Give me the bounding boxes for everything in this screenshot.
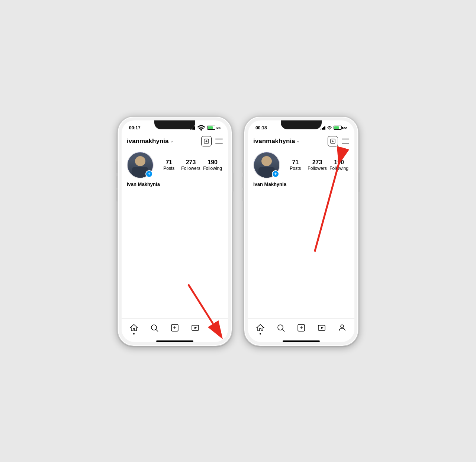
content-area-left — [122, 189, 228, 319]
username-left: ivanmakhynia — [127, 138, 168, 145]
hamburger-menu-right[interactable] — [342, 139, 349, 143]
insta-header-left: ivanmakhynia ⌄ — [122, 134, 228, 149]
status-icons-left: 23 — [190, 123, 221, 132]
phone-left: 00:17 23 ivanmakhynia — [117, 116, 232, 346]
battery-text-left: 23 — [217, 126, 221, 130]
add-post-button-right[interactable] — [328, 136, 338, 146]
stat-posts-left[interactable]: 71 Posts — [159, 159, 178, 171]
hamburger-menu-left[interactable] — [215, 139, 223, 143]
home-icon-right — [256, 323, 265, 332]
notch-right — [281, 120, 322, 129]
following-count-right: 190 — [334, 159, 344, 166]
chevron-down-icon-right: ⌄ — [296, 139, 300, 143]
stat-followers-right[interactable]: 273 Followers — [308, 159, 327, 171]
svg-point-16 — [278, 325, 283, 330]
profile-icon-right — [338, 323, 347, 332]
svg-marker-9 — [194, 327, 197, 329]
notch-left — [154, 120, 195, 129]
profile-icon-left — [211, 323, 220, 332]
avatar-container-right[interactable]: + — [253, 152, 280, 178]
username-right: ivanmakhynia — [253, 138, 295, 145]
username-area-right[interactable]: ivanmakhynia ⌄ — [253, 138, 300, 145]
insta-header-right: ivanmakhynia ⌄ — [248, 134, 354, 149]
nav-home-right[interactable] — [252, 322, 268, 334]
nav-add-right[interactable] — [293, 322, 309, 334]
stats-row-right: 71 Posts 273 Followers 190 Following — [285, 159, 349, 171]
search-icon-left — [150, 323, 159, 332]
battery-icon-left — [207, 126, 215, 130]
profile-name-left: Ivan Makhynia — [122, 181, 228, 189]
svg-point-10 — [214, 325, 217, 328]
phone-right: 00:18 22 ivanmakhynia — [244, 116, 359, 346]
content-area-right — [248, 189, 354, 319]
header-icons-right — [328, 136, 349, 146]
posts-label-right: Posts — [290, 166, 301, 171]
bottom-nav-right — [248, 319, 354, 339]
profile-name-right: Ivan Makhynia — [248, 181, 354, 189]
home-icon-left — [129, 323, 138, 332]
signal-bars-right — [321, 126, 325, 130]
battery-icon-right — [334, 126, 342, 130]
followers-label-right: Followers — [308, 166, 327, 171]
svg-line-17 — [283, 329, 285, 332]
chevron-down-icon-left: ⌄ — [170, 139, 173, 143]
stat-following-left[interactable]: 190 Following — [203, 159, 222, 171]
following-label-right: Following — [329, 166, 348, 171]
following-label-left: Following — [203, 166, 222, 171]
wifi-icon-left — [197, 123, 206, 132]
stat-posts-right[interactable]: 71 Posts — [286, 159, 305, 171]
bottom-nav-left — [122, 319, 228, 339]
add-icon-right — [297, 323, 306, 332]
nav-reels-left[interactable] — [187, 322, 203, 334]
status-icons-right: 22 — [321, 125, 347, 130]
profile-section-left: + 71 Posts 273 Followers 190 Following — [122, 149, 228, 181]
nav-reels-right[interactable] — [313, 322, 330, 334]
followers-count-right: 273 — [312, 159, 322, 166]
add-story-button-right[interactable]: + — [272, 170, 279, 178]
reels-icon-right — [317, 323, 326, 332]
status-time-left: 00:17 — [129, 125, 141, 130]
header-icons-left — [201, 136, 223, 146]
svg-point-23 — [341, 325, 344, 328]
nav-search-right[interactable] — [273, 322, 289, 334]
stats-row-left: 71 Posts 273 Followers 190 Following — [159, 159, 223, 171]
add-story-button-left[interactable]: + — [145, 170, 153, 178]
posts-label-left: Posts — [163, 166, 174, 171]
nav-dot-right — [260, 333, 261, 335]
reels-icon-left — [191, 323, 200, 332]
phone-screen-right: 00:18 22 ivanmakhynia — [248, 120, 354, 342]
stat-followers-left[interactable]: 273 Followers — [181, 159, 200, 171]
nav-home-left[interactable] — [126, 322, 142, 334]
followers-count-left: 273 — [186, 159, 196, 166]
home-bar-left — [156, 340, 193, 342]
posts-count-right: 71 — [292, 159, 299, 166]
nav-profile-left[interactable] — [208, 322, 224, 334]
plus-square-icon-right — [330, 138, 336, 144]
home-bar-right — [283, 340, 320, 342]
posts-count-left: 71 — [165, 159, 172, 166]
nav-add-left[interactable] — [167, 322, 183, 334]
plus-square-icon-left — [203, 138, 209, 144]
battery-text-right: 22 — [343, 126, 347, 130]
svg-point-3 — [151, 325, 157, 330]
nav-search-left[interactable] — [146, 322, 163, 334]
add-icon-left — [170, 323, 179, 332]
svg-marker-22 — [321, 327, 324, 329]
nav-profile-right[interactable] — [334, 322, 350, 334]
wifi-icon-right — [327, 125, 332, 130]
add-post-button-left[interactable] — [201, 136, 212, 146]
profile-section-right: + 71 Posts 273 Followers 190 Following — [248, 149, 354, 181]
phone-screen-left: 00:17 23 ivanmakhynia — [122, 120, 228, 342]
stat-following-right[interactable]: 190 Following — [329, 159, 349, 171]
search-icon-right — [276, 323, 285, 332]
following-count-left: 190 — [208, 159, 218, 166]
username-area-left[interactable]: ivanmakhynia ⌄ — [127, 138, 173, 145]
status-time-right: 00:18 — [255, 125, 267, 130]
svg-line-4 — [156, 329, 158, 332]
followers-label-left: Followers — [181, 166, 200, 171]
nav-dot-left — [133, 333, 135, 335]
avatar-container-left[interactable]: + — [127, 152, 154, 178]
